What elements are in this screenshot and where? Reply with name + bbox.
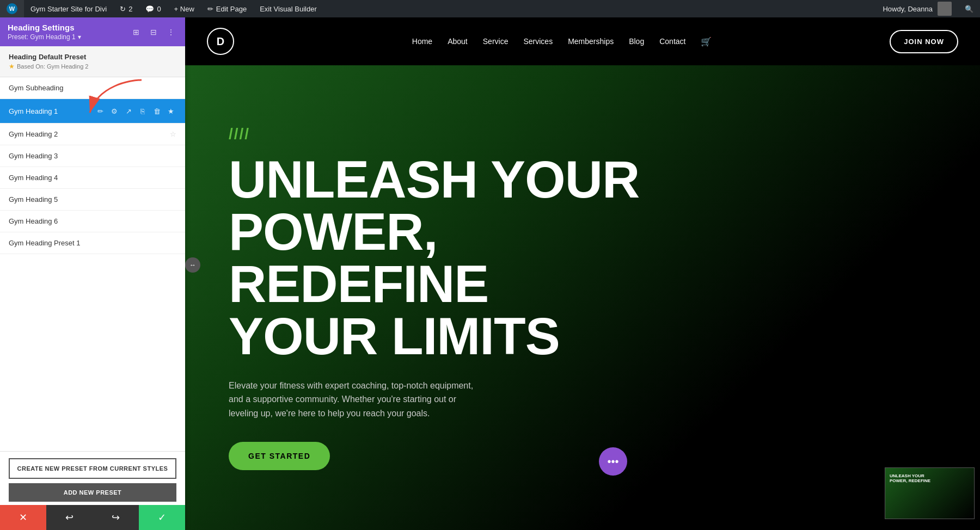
bottom-toolbar: ✕ ↩ ↪ ✓ [0,505,185,530]
avatar [938,2,952,16]
nav-about[interactable]: About [448,37,468,46]
wp-logo-item[interactable]: W [0,0,24,17]
settings-preset-icon[interactable]: ⚙ [109,106,120,116]
loop-icon: ↻ [120,5,126,13]
redo-icon: ↪ [112,511,120,523]
preset-item-gym-heading-2[interactable]: Gym Heading 2 ☆ [0,124,185,145]
preset-item-label: Gym Heading 3 [9,152,176,160]
panel-icon[interactable]: ⊟ [147,26,160,39]
wp-logo-icon: W [7,3,17,14]
preview-thumbnail: UNLEASH YOURPOWER, REDEFINE [885,467,975,519]
nav-home[interactable]: Home [412,37,432,46]
undo-button[interactable]: ↩ [46,505,93,530]
purple-action-button[interactable]: ••• [599,447,627,476]
copy-preset-icon[interactable]: ⎘ [137,106,148,116]
panel-bottom: CREATE NEW PRESET FROM CURRENT STYLES AD… [0,451,185,508]
edit-page-label: Edit Page [216,5,247,13]
preset-item-label: Gym Heading 2 [9,130,170,138]
hero-title-line1: UNLEASH YOUR [229,150,639,208]
site-name-label: Gym Starter Site for Divi [30,5,107,13]
create-preset-button[interactable]: CREATE NEW PRESET FROM CURRENT STYLES [9,458,176,479]
panel-header: Heading Settings Preset: Gym Heading 1 ▾… [0,17,185,46]
new-label: + New [174,5,194,13]
close-icon: ✕ [19,511,27,523]
link-preset-icon[interactable]: ↗ [123,106,134,116]
exit-builder-label: Exit Visual Builder [260,5,317,13]
nav-memberships[interactable]: Memberships [568,37,614,46]
exit-builder-item[interactable]: Exit Visual Builder [253,0,323,17]
close-button[interactable]: ✕ [0,505,46,530]
nav-service[interactable]: Service [483,37,509,46]
comments-count: 2 [128,5,132,13]
panel-title: Heading Settings [8,23,81,32]
hero-slashes: //// [229,125,936,143]
join-now-button[interactable]: JOIN NOW [890,30,958,53]
howdy-label: Howdy, Deanna [883,5,933,13]
thumbnail-text: UNLEASH YOURPOWER, REDEFINE [885,468,974,489]
dots-icon: ••• [607,455,618,468]
get-started-button[interactable]: GET STARTED [229,442,330,470]
zero-item[interactable]: 💬 0 [139,0,167,17]
star-preset-icon[interactable]: ★ [166,106,176,116]
preset-item-label: Gym Heading 6 [9,217,176,225]
site-name-item[interactable]: Gym Starter Site for Divi [24,0,113,17]
hero-subtitle: Elevate your fitness with expert coachin… [229,379,474,421]
preset-item-label: Gym Heading 4 [9,174,176,182]
preset-item-gym-heading-preset-1[interactable]: Gym Heading Preset 1 [0,232,185,254]
preset-item-gym-heading-5[interactable]: Gym Heading 5 [0,189,185,211]
nav-contact[interactable]: Contact [659,37,685,46]
preset-item-label: Gym Heading 5 [9,195,176,204]
preset-item-label: Gym Heading Preset 1 [9,239,176,247]
edit-page-item[interactable]: ✏ Edit Page [201,0,253,17]
comment-bubble-icon: 💬 [145,5,154,13]
save-checkmark-icon: ✓ [158,511,166,523]
save-button[interactable]: ✓ [139,505,185,530]
preset-item-gym-heading-6[interactable]: Gym Heading 6 [0,211,185,232]
edit-preset-icon[interactable]: ✏ [95,106,106,116]
preset-label: Preset: Gym Heading 1 [8,33,76,41]
chevron-down-icon: ▾ [78,33,81,41]
preset-item-gym-heading-3[interactable]: Gym Heading 3 [0,145,185,167]
default-preset-subtitle: ★ Based On: Gym Heading 2 [9,63,176,70]
nav-blog[interactable]: Blog [629,37,644,46]
undo-icon: ↩ [65,511,74,523]
redo-button[interactable]: ↪ [93,505,139,530]
preset-item-gym-heading-4[interactable]: Gym Heading 4 [0,167,185,189]
site-nav: D Home About Service Services Membership… [185,17,980,65]
sidebar-panel: Heading Settings Preset: Gym Heading 1 ▾… [0,17,185,530]
panel-header-icons: ⊞ ⊟ ⋮ [130,26,177,39]
delete-preset-icon[interactable]: 🗑 [151,106,162,116]
cart-icon[interactable]: 🛒 [701,36,712,47]
fullscreen-icon[interactable]: ⊞ [130,26,143,39]
search-item[interactable]: 🔍 [958,0,980,17]
default-preset-box: Heading Default Preset ★ Based On: Gym H… [0,46,185,77]
site-logo: D [207,28,234,55]
based-on-label: Based On: Gym Heading 2 [17,63,88,70]
add-preset-button[interactable]: ADD NEW PRESET [9,483,176,502]
hero-section: //// UNLEASH YOUR POWER, REDEFINE YOUR L… [185,65,980,530]
panel-subtitle[interactable]: Preset: Gym Heading 1 ▾ [8,33,81,41]
pencil-icon: ✏ [207,5,213,13]
zero-count: 0 [157,5,161,13]
more-icon[interactable]: ⋮ [164,26,177,39]
nav-services[interactable]: Services [523,37,553,46]
hero-title-line2: POWER, REDEFINE [229,202,488,313]
hero-title-line3: YOUR LIMITS [229,307,560,365]
preset-item-label: Gym Subheading [9,84,176,92]
new-item[interactable]: + New [168,0,201,17]
resize-handle[interactable]: ↔ [185,257,200,273]
howdy-item[interactable]: Howdy, Deanna [876,0,958,17]
star-inactive-icon[interactable]: ☆ [170,130,176,138]
comments-item[interactable]: ↻ 2 [113,0,139,17]
logo-letter: D [217,35,224,48]
preset-item-gym-subheading[interactable]: Gym Subheading [0,77,185,99]
preset-list: Gym Subheading Gym Heading 1 ✏ ⚙ ↗ ⎘ 🗑 ★… [0,77,185,451]
hero-title: UNLEASH YOUR POWER, REDEFINE YOUR LIMITS [229,153,664,362]
resize-arrows-icon: ↔ [189,261,196,269]
preset-item-actions: ✏ ⚙ ↗ ⎘ 🗑 ★ [95,106,176,116]
preset-item-gym-heading-1[interactable]: Gym Heading 1 ✏ ⚙ ↗ ⎘ 🗑 ★ [0,99,185,124]
preset-item-label: Gym Heading 1 [9,107,95,115]
wp-admin-bar: W Gym Starter Site for Divi ↻ 2 💬 0 + Ne… [0,0,980,17]
default-preset-title: Heading Default Preset [9,53,176,61]
star-icon: ★ [9,63,15,70]
